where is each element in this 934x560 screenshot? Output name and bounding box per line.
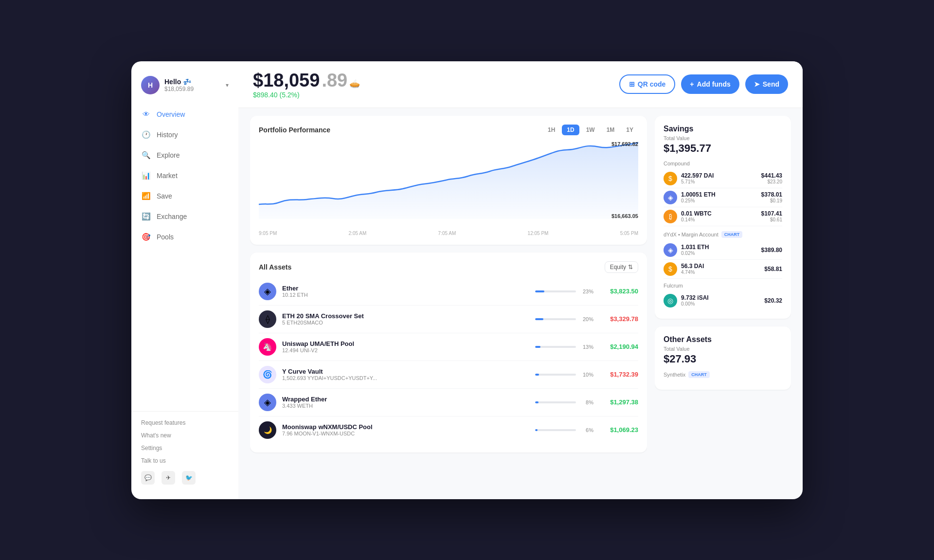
savings-row-dydx-dai[interactable]: $ 56.3 DAI 4.74% $58.81 (664, 260, 782, 279)
asset-row-uniswap[interactable]: 🦄 Uniswap UMA/ETH Pool 12.494 UNI-V2 13%… (259, 333, 638, 361)
time-filter-1w[interactable]: 1W (581, 125, 600, 135)
add-funds-button[interactable]: + Add funds (681, 74, 739, 94)
sidebar-item-overview[interactable]: 👁 Overview (131, 104, 238, 125)
eth20sma-bar-bg (535, 318, 576, 320)
weth-bar-fill (535, 401, 539, 403)
save-icon: 📶 (141, 191, 151, 201)
savings-row-eth[interactable]: ◈ 1.00051 ETH 0.25% $378.01 $0.19 (664, 188, 782, 207)
asset-row-ycurve[interactable]: 🌀 Y Curve Vault 1,502.693 YYDAI+YUSDC+YU… (259, 361, 638, 389)
sort-equity-button[interactable]: Equity ⇅ (605, 261, 638, 273)
sidebar-item-history[interactable]: 🕐 History (131, 125, 238, 145)
whats-new-link[interactable]: What's new (141, 429, 229, 442)
content-area: Portfolio Performance 1H 1D 1W 1M 1Y $17… (238, 108, 803, 499)
talk-to-us-link[interactable]: Talk to us (141, 454, 229, 467)
uniswap-name: Uniswap UMA/ETH Pool (282, 340, 529, 347)
weth-value: $1,297.38 (599, 398, 638, 406)
isai-pct: 0.00% (681, 301, 760, 307)
savings-total-label: Total Value (664, 135, 782, 141)
eth20sma-bar-fill (535, 318, 543, 320)
ycurve-bar-fill (535, 374, 539, 376)
eth-savings-info: 1.00051 ETH 0.25% (681, 191, 757, 203)
ether-bar-bg (535, 290, 576, 292)
eth20sma-info: ETH 20 SMA Crossover Set 5 ETH20SMACO (282, 312, 529, 325)
send-icon: ➤ (754, 80, 760, 88)
isai-info: 9.732 iSAI 0.00% (681, 294, 760, 307)
chart-time-1: 9:05 PM (259, 231, 277, 236)
qr-code-button[interactable]: ⊞ QR code (619, 74, 676, 94)
left-column: Portfolio Performance 1H 1D 1W 1M 1Y $17… (250, 116, 647, 491)
header-actions: ⊞ QR code + Add funds ➤ Send (619, 74, 788, 94)
isai-usd: $20.32 (764, 297, 782, 304)
savings-row-wbtc[interactable]: ₿ 0.01 WBTC 0.14% $107.41 $0.61 (664, 207, 782, 226)
sidebar-item-save[interactable]: 📶 Save (131, 186, 238, 206)
weth-bar-area: 8% (535, 399, 593, 405)
asset-row-eth20sma[interactable]: ⟠ ETH 20 SMA Crossover Set 5 ETH20SMACO … (259, 306, 638, 333)
asset-row-mooniswap[interactable]: 🌙 Mooniswap wNXM/USDC Pool 7.96 MOON-V1-… (259, 416, 638, 444)
isai-icon: ◎ (664, 294, 677, 307)
ycurve-name: Y Curve Vault (282, 368, 529, 375)
eth-savings-value-block: $378.01 $0.19 (761, 191, 782, 203)
weth-name: Wrapped Ether (282, 396, 529, 403)
ycurve-amount: 1,502.693 YYDAI+YUSDC+YUSDT+Y... (282, 375, 529, 381)
social-links: 💬 ✈ 🐦 (141, 467, 229, 485)
asset-row-weth[interactable]: ◈ Wrapped Ether 3.433 WETH 8% $1,297.38 (259, 389, 638, 416)
sidebar-item-explore[interactable]: 🔍 Explore (131, 145, 238, 165)
weth-info: Wrapped Ether 3.433 WETH (282, 396, 529, 409)
assets-header: All Assets Equity ⇅ (259, 261, 638, 273)
savings-row-dydx-eth[interactable]: ◈ 1.031 ETH 0.02% $389.80 (664, 241, 782, 260)
btc-savings-icon: ₿ (664, 210, 677, 223)
send-button[interactable]: ➤ Send (745, 74, 788, 94)
sidebar: H Hello 💤 $18,059.89 ▾ 👁 Overview 🕐 Hist… (131, 61, 238, 499)
mooniswap-bar-area: 6% (535, 427, 593, 433)
dydx-dai-value-block: $58.81 (764, 266, 782, 272)
chart-area: $17,692.82 (259, 141, 638, 229)
dydx-eth-pct: 0.02% (681, 251, 757, 256)
sidebar-item-market[interactable]: 📊 Market (131, 165, 238, 186)
ether-icon: ◈ (259, 283, 276, 300)
wbtc-change: $0.61 (761, 217, 782, 222)
settings-link[interactable]: Settings (141, 442, 229, 454)
isai-amount: 9.732 iSAI (681, 294, 760, 301)
savings-title: Savings (664, 125, 782, 133)
synthetix-label: Synthetix (664, 372, 685, 378)
weth-icon: ◈ (259, 394, 276, 411)
request-features-link[interactable]: Request features (141, 416, 229, 429)
chart-label-low: $16,663.05 (611, 213, 638, 219)
mooniswap-info: Mooniswap wNXM/USDC Pool 7.96 MOON-V1-WN… (282, 423, 529, 436)
time-filter-1d[interactable]: 1D (562, 125, 579, 135)
time-filter-1h[interactable]: 1H (543, 125, 560, 135)
right-column: Savings Total Value $1,395.77 Compound $… (655, 116, 791, 491)
ether-name: Ether (282, 285, 529, 292)
savings-card: Savings Total Value $1,395.77 Compound $… (655, 116, 791, 319)
mooniswap-bar-fill (535, 429, 538, 431)
qr-icon: ⊞ (629, 80, 635, 88)
time-filter-1y[interactable]: 1Y (621, 125, 638, 135)
twitter-icon[interactable]: 🐦 (182, 471, 196, 485)
savings-total-value: $1,395.77 (664, 142, 782, 155)
eth-savings-change: $0.19 (761, 198, 782, 203)
uniswap-info: Uniswap UMA/ETH Pool 12.494 UNI-V2 (282, 340, 529, 353)
sidebar-item-label: History (157, 131, 178, 139)
search-icon: 🔍 (141, 150, 151, 160)
savings-row-isai[interactable]: ◎ 9.732 iSAI 0.00% $20.32 (664, 291, 782, 310)
user-profile[interactable]: H Hello 💤 $18,059.89 ▾ (131, 71, 238, 104)
eth20sma-pct: 20% (580, 316, 593, 322)
sidebar-item-pools[interactable]: 🎯 Pools (131, 227, 238, 247)
wbtc-usd: $107.41 (761, 210, 782, 217)
dai-pct: 5.71% (681, 179, 757, 184)
weth-amount: 3.433 WETH (282, 403, 529, 409)
uniswap-bar-area: 13% (535, 344, 593, 350)
mooniswap-value: $1,069.23 (599, 426, 638, 434)
chevron-down-icon: ▾ (226, 82, 229, 89)
discord-icon[interactable]: 💬 (141, 471, 155, 485)
uniswap-bar-fill (535, 346, 540, 348)
time-filter-1m[interactable]: 1M (602, 125, 620, 135)
telegram-icon[interactable]: ✈ (162, 471, 175, 485)
history-icon: 🕐 (141, 130, 151, 140)
eth-savings-amount: 1.00051 ETH (681, 191, 757, 198)
synthetix-chart-tag: CHART (688, 371, 710, 378)
sidebar-item-exchange[interactable]: 🔄 Exchange (131, 206, 238, 227)
sidebar-item-label: Market (157, 172, 178, 180)
savings-row-dai[interactable]: $ 422.597 DAI 5.71% $441.43 $23.20 (664, 169, 782, 188)
asset-row-ether[interactable]: ◈ Ether 10.12 ETH 23% $3,823.50 (259, 278, 638, 306)
